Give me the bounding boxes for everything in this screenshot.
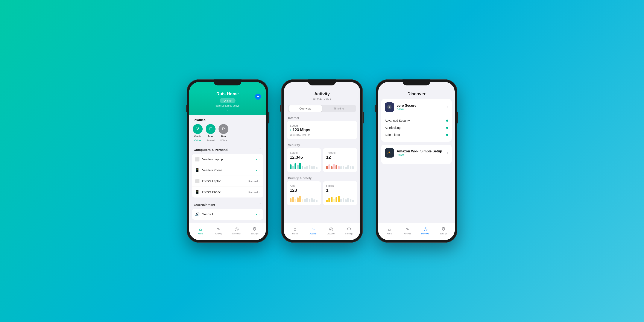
- activity-title: Activity: [288, 92, 356, 96]
- profile-pan[interactable]: P Pan Offline: [218, 124, 228, 142]
- plus-button[interactable]: +: [255, 94, 261, 100]
- bar: [311, 198, 313, 202]
- entertainment-section-header: Entertainment ⌃: [189, 200, 266, 209]
- nav-label-home-2: Home: [292, 232, 298, 235]
- nav-label-home-3: Home: [386, 232, 392, 235]
- device-ester-phone[interactable]: 📱 Ester's Phone Paused ›: [192, 187, 263, 198]
- device-veerle-laptop[interactable]: ⬜ Veerle's Laptop ▲ ›: [192, 154, 263, 165]
- tab-toggle: Overview Timeline: [288, 105, 356, 112]
- bar: [336, 197, 337, 202]
- device-name-veerle-laptop: Veerle's Laptop: [202, 158, 255, 161]
- avatar-ester: E: [206, 124, 216, 134]
- entertainment-device-list: 🔊 Sonos 1 ▲ ›: [192, 209, 263, 220]
- device-sonos[interactable]: 🔊 Sonos 1 ▲ ›: [192, 209, 263, 220]
- ads-card: Ads 123: [287, 181, 321, 205]
- bar: [326, 200, 328, 202]
- nav-label-settings-3: Settings: [440, 232, 447, 235]
- profile-ester[interactable]: E Ester Paused: [206, 124, 216, 142]
- scans-value: 12,345: [290, 155, 318, 160]
- bar: [345, 167, 347, 169]
- feature-name-advanced-security: Advanced Security: [385, 119, 410, 122]
- bar: [342, 166, 344, 169]
- tab-timeline[interactable]: Timeline: [322, 106, 356, 112]
- device-veerle-phone[interactable]: 📱 Veerle's Phone ▲ ›: [192, 165, 263, 176]
- feature-dot-advanced-security: [446, 120, 448, 122]
- nav-home-2[interactable]: ⌂ Home: [286, 226, 304, 235]
- bar: [345, 200, 347, 202]
- device-status-ester-phone: Paused: [248, 190, 258, 194]
- bar: [309, 165, 310, 169]
- phone-activity: Activity June 27–July 3 Overview Timelin…: [281, 80, 363, 242]
- ads-value: 123: [290, 188, 318, 193]
- settings-icon-2: ⚙: [347, 226, 351, 232]
- eero-app-name: eero Secure: [397, 104, 416, 108]
- nav-activity-2[interactable]: ∿ Activity: [304, 226, 322, 235]
- phone-icon-1: 📱: [195, 168, 200, 172]
- nav-settings-2[interactable]: ⚙ Settings: [340, 226, 358, 235]
- computers-chevron-icon: ⌃: [259, 148, 262, 152]
- laptop-icon-2: ⬜: [195, 179, 200, 184]
- bar: [299, 196, 301, 202]
- filters-card: Filters 1: [323, 181, 357, 205]
- nav-discover-2[interactable]: ◎ Discover: [322, 226, 340, 235]
- bar: [350, 199, 352, 202]
- chevron-down-icon: ⌄: [194, 108, 262, 112]
- tab-overview[interactable]: Overview: [288, 106, 322, 112]
- bar: [331, 166, 332, 169]
- speaker-icon: 🔊: [195, 212, 200, 216]
- nav-settings-3[interactable]: ⚙ Settings: [434, 226, 452, 235]
- eero-secure-top[interactable]: eero Secure Active ›: [385, 102, 448, 112]
- bar: [352, 200, 354, 202]
- nav-discover-1[interactable]: ◎ Discover: [228, 226, 246, 235]
- device-ester-laptop[interactable]: ⬜ Ester's Laptop Paused ›: [192, 176, 263, 187]
- bar: [302, 166, 303, 169]
- internet-label: Internet: [287, 114, 357, 121]
- scans-card: Scans 12,345: [287, 148, 321, 172]
- nav-home-1[interactable]: ⌂ Home: [192, 226, 210, 235]
- eero-app-info: eero Secure Active: [385, 102, 447, 112]
- bar: [306, 166, 308, 169]
- threats-value: 12: [326, 155, 354, 160]
- bar: [294, 163, 296, 169]
- speed-card: Speed ↓ 123 Mbps Yesterday, 4:04 PM: [287, 121, 357, 139]
- settings-icon-1: ⚙: [252, 226, 257, 232]
- feature-safe-filters: Safe Filters: [385, 132, 448, 138]
- bar: [294, 199, 296, 202]
- profile-status-pan: Offline: [220, 139, 227, 142]
- profile-veerle[interactable]: V Veerle Online: [193, 124, 203, 142]
- filters-label: Filters: [326, 184, 354, 188]
- discover-icon-1: ◎: [235, 226, 239, 232]
- nav-settings-1[interactable]: ⚙ Settings: [246, 226, 264, 235]
- profile-name-pan: Pan: [221, 135, 226, 138]
- privacy-label: Privacy & Safety: [287, 174, 357, 181]
- bar: [328, 198, 330, 202]
- bar: [314, 200, 315, 202]
- amazon-wifi-top[interactable]: Amazon Wi-Fi Simple Setup Active ›: [385, 148, 448, 158]
- bar: [299, 163, 301, 169]
- profile-name-veerle: Veerle: [194, 135, 201, 138]
- profile-status-ester: Paused: [206, 139, 214, 142]
- feature-name-ad-blocking: Ad Blocking: [385, 126, 400, 130]
- nav-activity-1[interactable]: ∿ Activity: [210, 226, 228, 235]
- bar: [331, 197, 332, 202]
- nav-discover-3[interactable]: ◎ Discover: [416, 226, 434, 235]
- bar: [328, 164, 330, 169]
- feature-advanced-security: Advanced Security: [385, 117, 448, 124]
- amazon-chevron-icon: ›: [447, 151, 448, 155]
- computers-device-list: ⬜ Veerle's Laptop ▲ › 📱 Veerle's Phone ▲…: [192, 154, 263, 198]
- bar: [306, 198, 308, 202]
- nav-home-3[interactable]: ⌂ Home: [380, 226, 398, 235]
- bar: [333, 199, 335, 202]
- eero-chevron-icon: ›: [447, 105, 448, 109]
- discover-icon-3: ◎: [424, 226, 428, 232]
- filters-chart: [326, 194, 354, 202]
- bar: [290, 164, 292, 169]
- phones-container: + Ruis Home Online eero Secure is active…: [187, 80, 457, 242]
- svg-point-2: [388, 152, 390, 153]
- bar: [347, 165, 349, 169]
- bar: [290, 198, 292, 202]
- nav-activity-3[interactable]: ∿ Activity: [398, 226, 416, 235]
- bar: [333, 164, 335, 169]
- profiles-section-header: Profiles ⌃: [189, 115, 266, 124]
- device-name-sonos: Sonos 1: [202, 212, 255, 216]
